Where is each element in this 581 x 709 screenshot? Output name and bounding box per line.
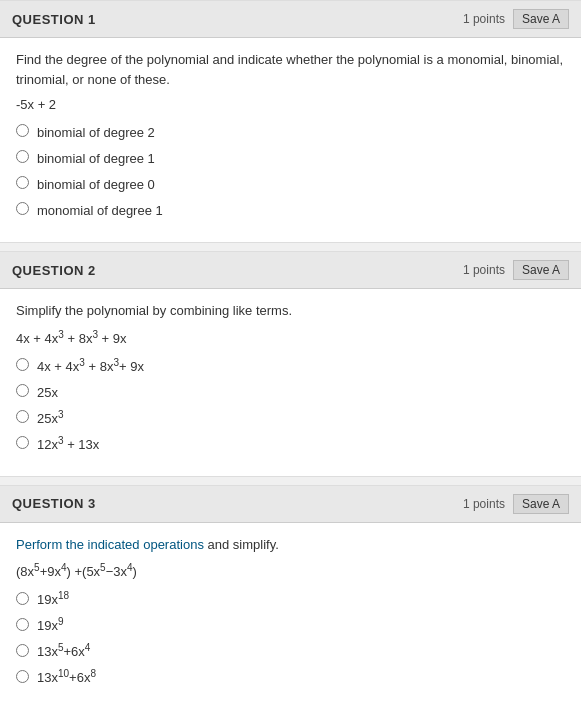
q3-option-4-radio[interactable] bbox=[16, 670, 29, 683]
question-3-meta: 1 points Save A bbox=[463, 494, 569, 514]
q2-option-3-label: 25x3 bbox=[37, 409, 64, 426]
question-1-block: QUESTION 1 1 points Save A Find the degr… bbox=[0, 0, 581, 243]
list-item: 13x10+6x8 bbox=[16, 668, 565, 686]
question-1-title: QUESTION 1 bbox=[12, 12, 96, 27]
list-item: 4x + 4x3 + 8x3+ 9x bbox=[16, 356, 565, 374]
q2-option-1-radio[interactable] bbox=[16, 358, 29, 371]
question-1-points: 1 points bbox=[463, 12, 505, 26]
q2-option-1-label: 4x + 4x3 + 8x3+ 9x bbox=[37, 357, 144, 374]
question-2-save-button[interactable]: Save A bbox=[513, 260, 569, 280]
question-1-header: QUESTION 1 1 points Save A bbox=[0, 1, 581, 38]
list-item: 19x18 bbox=[16, 590, 565, 608]
question-2-body: Simplify the polynomial by combining lik… bbox=[0, 289, 581, 476]
q1-option-4-label: monomial of degree 1 bbox=[37, 203, 163, 218]
question-1-meta: 1 points Save A bbox=[463, 9, 569, 29]
list-item: monomial of degree 1 bbox=[16, 200, 565, 218]
question-1-text: Find the degree of the polynomial and in… bbox=[16, 50, 565, 89]
q3-option-1-label: 19x18 bbox=[37, 590, 69, 607]
list-item: 25x3 bbox=[16, 408, 565, 426]
list-item: 25x bbox=[16, 382, 565, 400]
question-3-points: 1 points bbox=[463, 497, 505, 511]
q3-option-2-radio[interactable] bbox=[16, 618, 29, 631]
question-1-options: binomial of degree 2 binomial of degree … bbox=[16, 122, 565, 218]
question-3-block: QUESTION 3 1 points Save A Perform the i… bbox=[0, 485, 581, 709]
q2-option-4-label: 12x3 + 13x bbox=[37, 435, 99, 452]
question-3-header: QUESTION 3 1 points Save A bbox=[0, 486, 581, 523]
q3-option-1-radio[interactable] bbox=[16, 592, 29, 605]
question-3-body: Perform the indicated operations and sim… bbox=[0, 523, 581, 709]
list-item: 13x5+6x4 bbox=[16, 642, 565, 660]
question-2-options: 4x + 4x3 + 8x3+ 9x 25x 25x3 12x3 + 13x bbox=[16, 356, 565, 452]
page: QUESTION 1 1 points Save A Find the degr… bbox=[0, 0, 581, 709]
question-2-points: 1 points bbox=[463, 263, 505, 277]
question-3-options: 19x18 19x9 13x5+6x4 13x10+6x8 bbox=[16, 590, 565, 686]
question-2-text: Simplify the polynomial by combining lik… bbox=[16, 301, 565, 321]
question-3-save-button[interactable]: Save A bbox=[513, 494, 569, 514]
q1-option-1-radio[interactable] bbox=[16, 124, 29, 137]
q1-option-3-radio[interactable] bbox=[16, 176, 29, 189]
q3-option-4-label: 13x10+6x8 bbox=[37, 668, 96, 685]
question-2-expression: 4x + 4x3 + 8x3 + 9x bbox=[16, 329, 565, 346]
list-item: binomial of degree 1 bbox=[16, 148, 565, 166]
q1-option-1-label: binomial of degree 2 bbox=[37, 125, 155, 140]
q1-option-4-radio[interactable] bbox=[16, 202, 29, 215]
question-1-expression: -5x + 2 bbox=[16, 97, 565, 112]
q2-option-3-radio[interactable] bbox=[16, 410, 29, 423]
q1-option-3-label: binomial of degree 0 bbox=[37, 177, 155, 192]
q1-option-2-radio[interactable] bbox=[16, 150, 29, 163]
q2-option-2-radio[interactable] bbox=[16, 384, 29, 397]
question-3-text: Perform the indicated operations and sim… bbox=[16, 535, 565, 555]
q2-option-4-radio[interactable] bbox=[16, 436, 29, 449]
q2-option-2-label: 25x bbox=[37, 385, 58, 400]
q1-option-2-label: binomial of degree 1 bbox=[37, 151, 155, 166]
question-2-meta: 1 points Save A bbox=[463, 260, 569, 280]
q3-option-3-radio[interactable] bbox=[16, 644, 29, 657]
list-item: 19x9 bbox=[16, 616, 565, 634]
q3-option-3-label: 13x5+6x4 bbox=[37, 642, 90, 659]
question-2-title: QUESTION 2 bbox=[12, 263, 96, 278]
question-1-save-button[interactable]: Save A bbox=[513, 9, 569, 29]
question-1-body: Find the degree of the polynomial and in… bbox=[0, 38, 581, 242]
list-item: binomial of degree 0 bbox=[16, 174, 565, 192]
question-2-block: QUESTION 2 1 points Save A Simplify the … bbox=[0, 251, 581, 477]
question-3-expression: (8x5+9x4) +(5x5−3x4) bbox=[16, 562, 565, 579]
q3-option-2-label: 19x9 bbox=[37, 616, 64, 633]
question-2-header: QUESTION 2 1 points Save A bbox=[0, 252, 581, 289]
list-item: 12x3 + 13x bbox=[16, 434, 565, 452]
list-item: binomial of degree 2 bbox=[16, 122, 565, 140]
question-3-title: QUESTION 3 bbox=[12, 496, 96, 511]
